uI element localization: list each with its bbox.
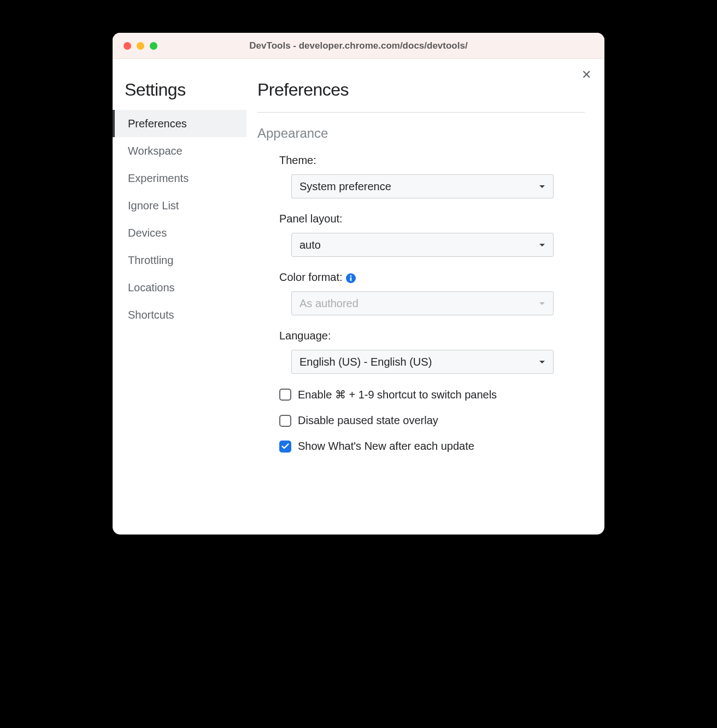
checkbox-label: Disable paused state overlay	[298, 414, 438, 427]
panel-layout-label: Panel layout:	[279, 213, 585, 225]
checkbox[interactable]	[279, 441, 291, 453]
checkbox[interactable]	[279, 415, 291, 427]
field-theme: Theme: System preference	[257, 154, 585, 198]
close-icon[interactable]: ✕	[581, 69, 591, 81]
sidebar-item-ignore-list[interactable]: Ignore List	[113, 192, 246, 219]
sidebar: Settings PreferencesWorkspaceExperiments…	[113, 70, 246, 535]
sidebar-item-experiments[interactable]: Experiments	[113, 165, 246, 192]
window: DevTools - developer.chrome.com/docs/dev…	[113, 33, 604, 535]
field-language: Language: English (US) - English (US)	[257, 330, 585, 374]
minimize-window-button[interactable]	[137, 42, 144, 50]
titlebar: DevTools - developer.chrome.com/docs/dev…	[113, 33, 604, 59]
maximize-window-button[interactable]	[150, 42, 157, 50]
language-label: Language:	[279, 330, 585, 342]
color-format-label: Color format:	[279, 271, 585, 284]
theme-select[interactable]: System preference	[291, 174, 554, 198]
panel-layout-select[interactable]: auto	[291, 233, 554, 257]
chevron-down-icon	[539, 360, 545, 364]
body: ✕ Settings PreferencesWorkspaceExperimen…	[113, 59, 604, 535]
sidebar-item-workspace[interactable]: Workspace	[113, 137, 246, 165]
svg-point-0	[350, 275, 351, 277]
sidebar-nav: PreferencesWorkspaceExperimentsIgnore Li…	[113, 110, 246, 328]
theme-value: System preference	[299, 180, 391, 193]
sidebar-title: Settings	[113, 80, 246, 110]
checkbox-label: Show What's New after each update	[298, 440, 474, 453]
close-window-button[interactable]	[124, 42, 131, 50]
theme-label: Theme:	[279, 154, 585, 167]
info-icon[interactable]	[346, 273, 356, 283]
page-title: Preferences	[257, 80, 585, 113]
sidebar-item-devices[interactable]: Devices	[113, 219, 246, 246]
sidebar-item-throttling[interactable]: Throttling	[113, 246, 246, 274]
sidebar-item-preferences[interactable]: Preferences	[113, 110, 246, 137]
field-color-format: Color format: As authored	[257, 271, 585, 315]
chevron-down-icon	[539, 302, 545, 306]
language-value: English (US) - English (US)	[299, 356, 432, 368]
main: Preferences Appearance Theme: System pre…	[246, 70, 604, 535]
checkbox-row: Enable ⌘ + 1-9 shortcut to switch panels	[257, 388, 585, 401]
traffic-lights	[113, 42, 157, 50]
window-title: DevTools - developer.chrome.com/docs/dev…	[113, 40, 604, 51]
checkbox-label: Enable ⌘ + 1-9 shortcut to switch panels	[298, 388, 497, 401]
language-select[interactable]: English (US) - English (US)	[291, 350, 554, 374]
chevron-down-icon	[539, 243, 545, 247]
checkbox-row: Show What's New after each update	[257, 440, 585, 453]
checkbox-list: Enable ⌘ + 1-9 shortcut to switch panels…	[257, 388, 585, 453]
panel-layout-value: auto	[299, 239, 321, 251]
section-appearance: Appearance	[257, 126, 585, 141]
checkbox-row: Disable paused state overlay	[257, 414, 585, 427]
chevron-down-icon	[539, 185, 545, 189]
color-format-select: As authored	[291, 291, 554, 315]
sidebar-item-locations[interactable]: Locations	[113, 274, 246, 301]
svg-rect-1	[350, 277, 351, 281]
color-format-value: As authored	[299, 297, 358, 310]
field-panel-layout: Panel layout: auto	[257, 213, 585, 257]
sidebar-item-shortcuts[interactable]: Shortcuts	[113, 301, 246, 328]
checkbox[interactable]	[279, 389, 291, 401]
